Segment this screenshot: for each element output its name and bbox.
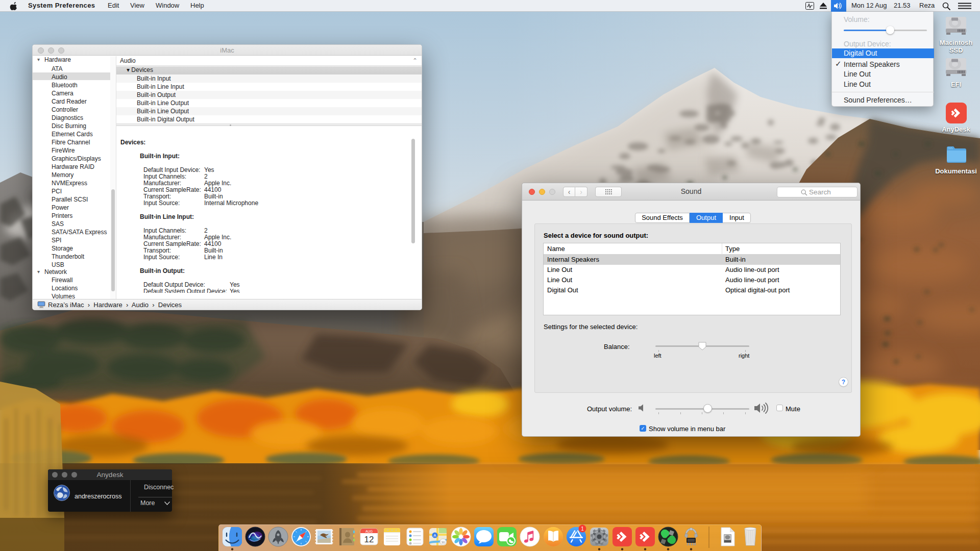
svg-text:1: 1 xyxy=(581,526,584,532)
svg-text:A: A xyxy=(433,533,436,538)
svg-text:12: 12 xyxy=(364,535,374,544)
svg-text:AUG: AUG xyxy=(365,530,373,533)
svg-text:30: 30 xyxy=(442,541,445,544)
